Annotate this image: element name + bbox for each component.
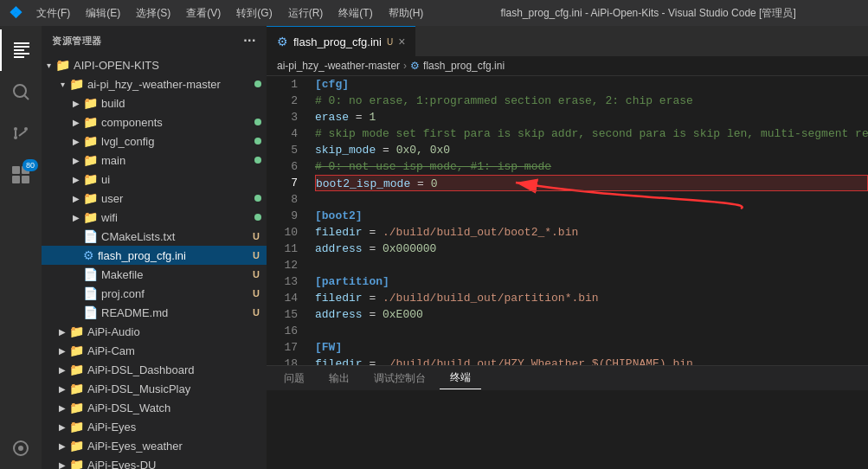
tree-item-label: AiPi-Audio xyxy=(87,325,267,338)
sidebar-more-button[interactable]: ··· xyxy=(243,33,256,48)
file-status-badge: U xyxy=(253,231,260,241)
tree-item[interactable]: ▶📁AiPi-Eyes xyxy=(42,417,267,436)
activity-source-control[interactable] xyxy=(0,112,42,154)
tree-item[interactable]: ▶📁user xyxy=(42,189,267,208)
main-area: 80 资源管理器 ··· ▾📁AIPI-OPEN-KITS▾📁ai-pi_hzy… xyxy=(0,26,868,469)
tree-item-icon: 📁 xyxy=(69,77,84,91)
panel-tab[interactable]: 终端 xyxy=(440,367,481,389)
code-line: filedir = ./build/build_out/boot2_*.bin xyxy=(315,224,868,241)
menu-item[interactable]: 运行(R) xyxy=(281,4,331,22)
code-token: = xyxy=(363,292,383,305)
tree-item[interactable]: 📄CMakeLists.txtU xyxy=(42,227,267,246)
extensions-badge: 80 xyxy=(23,159,38,171)
panel-tab[interactable]: 调试控制台 xyxy=(363,368,436,389)
tree-item[interactable]: ▶📁AiPi-DSL_MusicPlay xyxy=(42,379,267,398)
status-dot xyxy=(254,80,261,87)
tree-item[interactable]: ⚙flash_prog_cfg.iniU xyxy=(42,246,267,265)
tree-arrow: ▶ xyxy=(69,112,83,132)
sidebar: 资源管理器 ··· ▾📁AIPI-OPEN-KITS▾📁ai-pi_hzy_-w… xyxy=(42,26,267,469)
tree-item[interactable]: ▶📁AiPi-DSL_Watch xyxy=(42,398,267,417)
file-status-badge: U xyxy=(253,288,260,299)
panel-tab[interactable]: 问题 xyxy=(273,368,315,389)
tree-item-icon: 📁 xyxy=(69,439,84,453)
menu-item[interactable]: 文件(F) xyxy=(29,4,77,22)
code-token: ./build/build_out/boot2_*.bin xyxy=(383,226,578,239)
menu-item[interactable]: 帮助(H) xyxy=(382,4,431,22)
tree-item[interactable]: ▶📁components xyxy=(42,112,267,132)
menu-bar[interactable]: 文件(F)编辑(E)选择(S)查看(V)转到(G)运行(R)终端(T)帮助(H) xyxy=(29,4,430,22)
activity-search[interactable] xyxy=(0,71,42,112)
title-bar: ❖ 文件(F)编辑(E)选择(S)查看(V)转到(G)运行(R)终端(T)帮助(… xyxy=(0,0,868,26)
code-token: = xyxy=(376,144,395,157)
svg-rect-9 xyxy=(12,176,20,183)
tree-item-label: AiPi-DSL_Dashboard xyxy=(87,363,267,376)
tree-item[interactable]: ▶📁main xyxy=(42,151,267,170)
tree-item-label: AiPi-Cam xyxy=(87,344,267,357)
code-token: address xyxy=(315,308,363,321)
sidebar-header: 资源管理器 ··· xyxy=(42,26,267,55)
tree-item[interactable]: ▾📁ai-pi_hzy_-weather-master xyxy=(42,74,267,93)
tree-item[interactable]: 📄proj.confU xyxy=(42,284,267,303)
panel-tab[interactable]: 输出 xyxy=(318,368,360,389)
tree-item-icon: 📁 xyxy=(83,172,98,186)
svg-point-0 xyxy=(14,85,26,97)
menu-item[interactable]: 编辑(E) xyxy=(79,4,127,22)
tree-item[interactable]: 📄MakefileU xyxy=(42,265,267,284)
line-number: 10 xyxy=(267,224,298,241)
menu-item[interactable]: 终端(T) xyxy=(331,4,379,22)
status-dot xyxy=(254,195,261,202)
tree-item-icon: 📁 xyxy=(69,420,84,434)
tree-item[interactable]: ▶📁ui xyxy=(42,170,267,189)
code-token: [boot2] xyxy=(315,209,363,222)
activity-explorer[interactable] xyxy=(0,29,42,71)
svg-rect-10 xyxy=(22,176,29,183)
tree-item[interactable]: ▶📁wifi xyxy=(42,208,267,227)
tab-modified: U xyxy=(387,37,393,47)
line-number: 5 xyxy=(267,142,298,158)
code-line: address = 0xE000 xyxy=(315,306,868,323)
tree-item-icon: 📁 xyxy=(83,153,98,167)
tree-item[interactable]: ▶📁build xyxy=(42,93,267,112)
tab-close-button[interactable]: × xyxy=(398,35,405,48)
tree-arrow: ▶ xyxy=(55,417,69,436)
breadcrumb-part1: ai-pi_hzy_-weather-master xyxy=(277,60,400,72)
code-line: [FW] xyxy=(315,339,868,356)
tree-item[interactable]: ▶📁AiPi-Cam xyxy=(42,341,267,360)
editor-tab-flash-prog[interactable]: ⚙ flash_prog_cfg.ini U × xyxy=(267,26,415,56)
code-token: # skip mode set first para is skip addr,… xyxy=(315,127,868,140)
menu-item[interactable]: 查看(V) xyxy=(179,4,228,22)
tree-item[interactable]: ▶📁AiPi-DSL_Dashboard xyxy=(42,360,267,379)
code-content[interactable]: [cfg]# 0: no erase, 1:programmed section… xyxy=(308,76,868,365)
line-number: 2 xyxy=(267,93,298,109)
code-token: ./build/build_out/partition*.bin xyxy=(383,292,599,305)
tree-item[interactable]: ▾📁AIPI-OPEN-KITS xyxy=(42,55,267,74)
menu-item[interactable]: 转到(G) xyxy=(229,4,279,22)
activity-remote[interactable] xyxy=(0,427,42,469)
activity-bar: 80 xyxy=(0,26,42,469)
tree-arrow: ▶ xyxy=(69,208,83,227)
status-dot xyxy=(254,138,261,145)
line-number: 16 xyxy=(267,323,298,339)
tree-item[interactable]: ▶📁AiPi-Eyes_weather xyxy=(42,436,267,455)
panel-content[interactable] xyxy=(267,390,868,469)
tree-arrow: ▾ xyxy=(55,74,69,93)
bottom-panel: 问题输出调试控制台终端 xyxy=(267,365,868,469)
tree-arrow: ▶ xyxy=(69,189,83,208)
svg-line-6 xyxy=(19,131,26,136)
tree-item[interactable]: ▶📁AiPi-Eyes-DU xyxy=(42,455,267,469)
activity-extensions[interactable]: 80 xyxy=(0,154,42,196)
svg-point-3 xyxy=(24,127,28,131)
tree-arrow: ▶ xyxy=(55,341,69,360)
tree-item-label: ai-pi_hzy_-weather-master xyxy=(87,78,254,91)
tree-item[interactable]: 📄README.mdU xyxy=(42,303,267,322)
line-number: 4 xyxy=(267,125,298,142)
menu-item[interactable]: 选择(S) xyxy=(129,4,177,22)
tree-arrow: ▶ xyxy=(69,170,83,189)
tree-arrow xyxy=(69,246,83,265)
tree-arrow: ▾ xyxy=(42,55,55,74)
tree-item[interactable]: ▶📁AiPi-Audio xyxy=(42,322,267,341)
code-token: erase xyxy=(315,111,349,124)
code-token: address xyxy=(315,242,363,255)
tree-arrow: ▶ xyxy=(55,322,69,341)
tree-item[interactable]: ▶📁lvgl_config xyxy=(42,132,267,151)
